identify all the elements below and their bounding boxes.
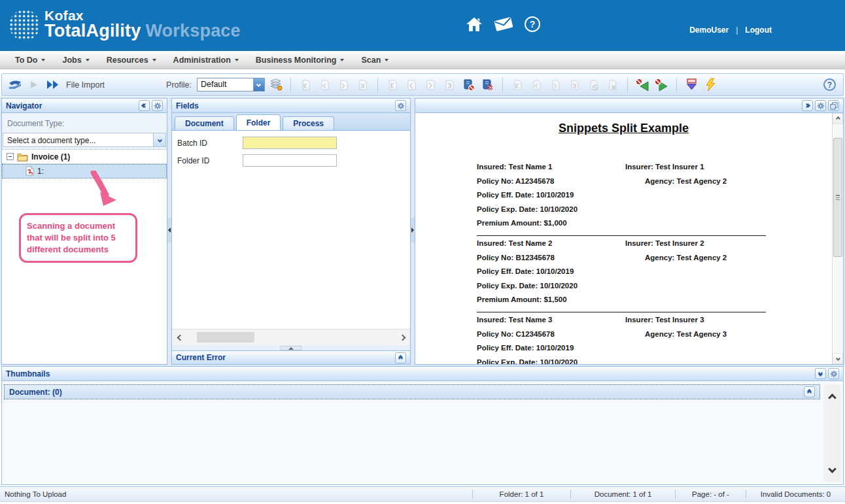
fields-tab-strip: Document Folder Process xyxy=(172,113,410,131)
thumbnails-settings-gear-icon[interactable] xyxy=(828,368,839,379)
folder-fields-form: Batch ID Folder ID xyxy=(172,131,410,173)
delete-folder-icon[interactable] xyxy=(479,76,496,93)
tree-node-label: Invoice (1) xyxy=(31,152,70,161)
current-error-title: Current Error xyxy=(176,353,226,362)
tab-label: Process xyxy=(293,119,324,128)
callout-arrow-icon xyxy=(84,171,125,212)
help-glyph: ? xyxy=(530,19,536,29)
status-counters: Folder: 1 of 1 Document: 1 of 1 Page: - … xyxy=(472,487,845,501)
last-invalid-page-icon xyxy=(566,76,583,93)
menu-item-resources[interactable]: Resources xyxy=(98,51,165,69)
scroll-left-icon[interactable] xyxy=(172,329,188,346)
insured-field: Insured: Test Name 3 xyxy=(477,316,625,324)
scan-icon[interactable] xyxy=(7,76,23,93)
mail-icon[interactable] xyxy=(492,16,515,33)
main-menu: To Do Jobs Resources Administration Busi… xyxy=(0,51,845,69)
navigator-title: Navigator xyxy=(6,101,42,110)
thumbnails-header: Thumbnails xyxy=(2,367,843,381)
upload-status-message: Nothing To Upload xyxy=(0,490,66,498)
fields-horizontal-scrollbar[interactable] xyxy=(172,329,410,345)
file-import-icon[interactable] xyxy=(44,76,61,93)
last-page-icon xyxy=(354,76,371,93)
tab-document[interactable]: Document xyxy=(175,116,234,130)
reject-folder-icon[interactable] xyxy=(460,76,477,93)
process-batch-icon[interactable] xyxy=(702,76,719,93)
policy-no-field: Policy No: A12345678 xyxy=(477,177,625,185)
file-import-label: File Import xyxy=(66,80,105,90)
sash-grip[interactable] xyxy=(280,346,302,350)
insured-field: Insured: Test Name 2 xyxy=(477,239,625,247)
batch-id-input[interactable] xyxy=(243,137,337,149)
caret-down-icon xyxy=(152,59,156,61)
invalid-documents-counter: Invalid Documents: 0 xyxy=(746,490,845,499)
folder-id-input[interactable] xyxy=(243,154,337,167)
eff-date-field: Policy Eff. Date: 10/10/2019 xyxy=(477,344,625,352)
insurer-field: Insurer: Test Insurer 2 xyxy=(625,239,704,247)
expand-current-error-icon[interactable] xyxy=(395,352,406,363)
toolbar-help-icon[interactable]: ? xyxy=(823,78,836,91)
tree-collapse-icon[interactable] xyxy=(7,153,14,160)
menu-label: Jobs xyxy=(62,56,81,65)
profile-select[interactable]: Default xyxy=(197,78,265,92)
menu-item-jobs[interactable]: Jobs xyxy=(54,51,97,69)
profile-select-chevron-icon[interactable] xyxy=(253,78,264,91)
toolbar-separator xyxy=(290,78,291,92)
annotation-callout: Scanning a document that will be split i… xyxy=(19,213,137,263)
scroll-down-icon[interactable] xyxy=(823,457,841,480)
help-icon[interactable]: ? xyxy=(525,16,540,32)
reject-page-icon xyxy=(585,76,602,93)
tab-folder[interactable]: Folder xyxy=(236,114,281,130)
expand-right-icon[interactable] xyxy=(802,100,813,111)
user-name-link[interactable]: DemoUser xyxy=(689,25,729,35)
navigator-panel: Navigator Document Type: Select a docume… xyxy=(1,98,167,365)
logout-link[interactable]: Logout xyxy=(745,25,772,35)
tree-node-invoice[interactable]: Invoice (1) xyxy=(2,150,167,164)
scroll-down-icon[interactable] xyxy=(833,353,843,364)
document-type-select[interactable]: Select a document type... xyxy=(3,133,166,147)
navigator-settings-gear-icon[interactable] xyxy=(152,100,163,111)
document-type-chevron-icon[interactable] xyxy=(153,133,165,146)
brand-kofax: Kofax xyxy=(44,8,241,22)
collapse-document-group-icon[interactable] xyxy=(804,386,815,397)
toolbar-separator xyxy=(627,78,628,92)
eff-date-field: Policy Eff. Date: 10/10/2019 xyxy=(477,191,625,199)
fields-settings-gear-icon[interactable] xyxy=(395,100,406,111)
viewer-settings-gear-icon[interactable] xyxy=(815,100,826,111)
next-invalid-page-icon xyxy=(547,76,564,93)
scroll-up-icon[interactable] xyxy=(833,113,843,124)
next-rejected-document-icon[interactable] xyxy=(653,76,670,93)
home-icon[interactable] xyxy=(466,16,483,32)
fields-panel: Fields Document Folder Process Batch ID xyxy=(171,98,411,365)
menu-item-business-monitoring[interactable]: Business Monitoring xyxy=(247,51,353,69)
tab-process[interactable]: Process xyxy=(283,116,334,130)
brand-totalagility: TotalAgility xyxy=(44,21,141,41)
menu-item-administration[interactable]: Administration xyxy=(165,51,247,69)
scroll-up-icon[interactable] xyxy=(823,386,841,409)
caret-down-icon xyxy=(41,59,45,61)
collapse-left-icon[interactable] xyxy=(139,100,150,111)
document-group-bar[interactable]: Document: (0) xyxy=(4,384,820,399)
thumbnails-title: Thumbnails xyxy=(6,369,50,378)
insured-field: Insured: Test Name 1 xyxy=(477,163,625,171)
scrollbar-thumb[interactable] xyxy=(833,138,842,257)
scanned-document-page: Snippets Split Example Insured: Test Nam… xyxy=(415,113,832,364)
prev-rejected-document-icon[interactable] xyxy=(634,76,651,93)
scroll-right-icon[interactable] xyxy=(394,329,410,346)
collapse-thumbnails-icon[interactable] xyxy=(815,368,826,379)
validate-icon[interactable] xyxy=(683,76,700,93)
thumbnails-vertical-scrollbar[interactable] xyxy=(823,384,841,482)
document-counter: Document: 1 of 1 xyxy=(570,490,675,499)
folder-id-label: Folder ID xyxy=(176,156,243,165)
scrollbar-thumb[interactable] xyxy=(197,332,254,343)
profile-manager-icon[interactable] xyxy=(267,76,284,93)
document-records: Insured: Test Name 1Insurer: Test Insure… xyxy=(415,163,832,364)
eff-date-field: Policy Eff. Date: 10/10/2019 xyxy=(477,267,625,275)
tab-label: Folder xyxy=(247,118,271,127)
menu-item-todo[interactable]: To Do xyxy=(7,51,54,69)
viewer-vertical-scrollbar[interactable] xyxy=(832,113,843,364)
cascade-windows-icon[interactable] xyxy=(828,100,839,111)
premium-field: Premium Amount: $1,000 xyxy=(477,219,625,227)
document-type-label: Document Type: xyxy=(2,113,167,133)
menu-item-scan[interactable]: Scan xyxy=(353,51,397,69)
page-counter: Page: - of - xyxy=(675,490,746,499)
